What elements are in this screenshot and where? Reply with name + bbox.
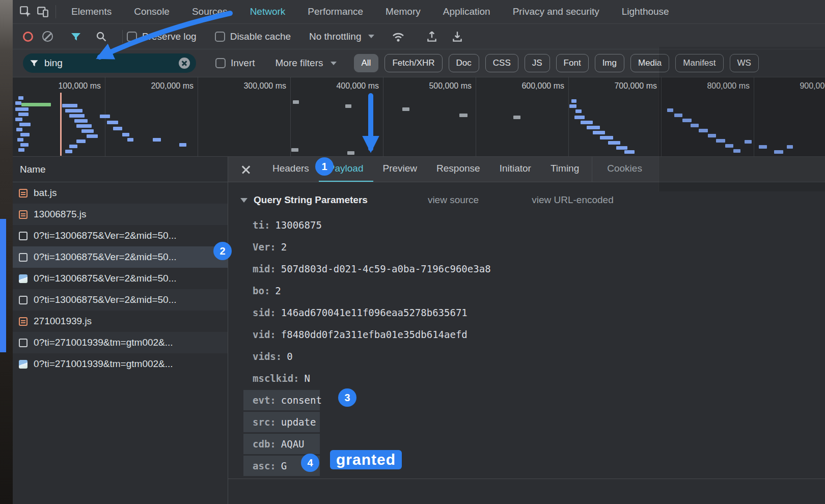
network-split-view: Name bat.js 13006875.js 0?ti=13006875&Ve… xyxy=(13,157,825,504)
export-har-icon[interactable] xyxy=(449,28,466,45)
network-conditions-icon[interactable] xyxy=(390,28,407,45)
record-network-log-button[interactable] xyxy=(23,32,33,42)
tab-performance[interactable]: Performance xyxy=(296,0,374,24)
param-row-ti: ti:13006875 xyxy=(228,214,825,236)
network-filter-row: Invert More filters All Fetch/XHR Doc CS… xyxy=(13,49,825,77)
chip-doc[interactable]: Doc xyxy=(449,54,479,72)
panel-divider xyxy=(228,479,825,479)
param-row-vids: vids:0 xyxy=(228,345,825,367)
detail-tab-response[interactable]: Response xyxy=(427,157,490,182)
network-toolbar: Preserve log Disable cache No throttling xyxy=(13,24,825,49)
disable-cache-label: Disable cache xyxy=(230,31,291,42)
param-row-msclkid: msclkid:N xyxy=(228,367,825,389)
chip-all[interactable]: All xyxy=(354,54,379,72)
close-icon[interactable] xyxy=(240,164,252,175)
disable-cache-checkbox[interactable] xyxy=(215,32,225,42)
chip-font[interactable]: Font xyxy=(556,54,589,72)
tab-lighthouse[interactable]: Lighthouse xyxy=(611,0,680,24)
tab-application[interactable]: Application xyxy=(432,0,502,24)
device-toolbar-icon[interactable] xyxy=(34,3,51,20)
invert-checkbox[interactable] xyxy=(215,58,226,68)
chip-media[interactable]: Media xyxy=(630,54,669,72)
chip-fetch-xhr[interactable]: Fetch/XHR xyxy=(384,54,442,72)
background-selection-band xyxy=(0,219,6,352)
tab-network[interactable]: Network xyxy=(239,0,297,24)
inspect-element-icon[interactable] xyxy=(17,3,34,20)
tab-sources[interactable]: Sources xyxy=(181,0,239,24)
detail-tab-preview[interactable]: Preview xyxy=(373,157,427,182)
clear-filter-icon[interactable] xyxy=(179,58,190,69)
chip-ws[interactable]: WS xyxy=(730,54,759,72)
overview-bars xyxy=(13,77,825,156)
more-filters-label: More filters xyxy=(276,58,323,69)
import-har-icon[interactable] xyxy=(423,28,441,45)
request-row[interactable]: 271001939.js xyxy=(13,311,228,332)
request-row[interactable]: 0?ti=13006875&Ver=2&mid=50... xyxy=(13,289,228,311)
chip-js[interactable]: JS xyxy=(525,54,550,72)
request-row[interactable]: 0?ti=271001939&tm=gtm002&... xyxy=(13,353,228,375)
view-source-link[interactable]: view source xyxy=(428,194,479,206)
script-icon xyxy=(19,210,28,219)
request-row-selected[interactable]: 0?ti=13006875&Ver=2&mid=50... xyxy=(13,246,228,268)
document-icon xyxy=(19,339,28,347)
param-row-ver: Ver:2 xyxy=(228,236,825,258)
param-row-vid: vid:f8480dd0f2a311efba01e35db614aefd xyxy=(228,323,825,345)
throttling-select[interactable]: No throttling xyxy=(309,31,374,42)
filter-input[interactable] xyxy=(44,58,179,69)
toolbar-divider xyxy=(122,30,123,43)
request-detail-pane: Headers Payload Preview Response Initiat… xyxy=(228,157,825,504)
document-icon xyxy=(19,253,28,262)
desktop-background-strip xyxy=(0,0,13,504)
request-row[interactable]: 13006875.js xyxy=(13,204,228,225)
param-row-bo: bo:2 xyxy=(228,279,825,301)
chip-img[interactable]: Img xyxy=(595,54,624,72)
document-icon xyxy=(19,232,28,240)
search-icon[interactable] xyxy=(93,28,110,45)
collapse-triangle-icon[interactable] xyxy=(240,198,248,203)
step-badge-1: 1 xyxy=(315,157,334,176)
tab-console[interactable]: Console xyxy=(123,0,181,24)
devtools-window: Elements Console Sources Network Perform… xyxy=(13,0,825,504)
toolbar-divider xyxy=(56,5,56,18)
image-icon xyxy=(19,360,28,369)
throttling-value: No throttling xyxy=(309,31,361,42)
step-badge-4: 4 xyxy=(301,454,319,472)
filter-input-pill[interactable] xyxy=(23,53,196,73)
script-icon xyxy=(19,317,28,326)
filter-toggle-icon[interactable] xyxy=(67,28,85,45)
param-row-evt: evt:consent xyxy=(228,389,825,411)
request-list-pane: Name bat.js 13006875.js 0?ti=13006875&Ve… xyxy=(13,157,228,504)
tab-divider xyxy=(592,157,592,182)
overview-event-marker xyxy=(60,93,62,156)
chip-manifest[interactable]: Manifest xyxy=(675,54,723,72)
image-icon xyxy=(19,274,28,283)
section-title: Query String Parameters xyxy=(254,194,368,206)
view-url-encoded-link[interactable]: view URL-encoded xyxy=(532,194,614,206)
network-overview-timeline[interactable]: 100,000 ms 200,000 ms 300,000 ms 400,000… xyxy=(13,77,825,157)
detail-tab-cookies[interactable]: Cookies xyxy=(597,157,652,182)
step-badge-2: 2 xyxy=(213,242,232,260)
chip-css[interactable]: CSS xyxy=(485,54,518,72)
param-row-src: src:update xyxy=(228,411,825,433)
document-icon xyxy=(19,296,28,304)
tab-elements[interactable]: Elements xyxy=(60,0,123,24)
detail-tab-timing[interactable]: Timing xyxy=(541,157,589,182)
request-row[interactable]: bat.js xyxy=(13,182,228,204)
invert-label: Invert xyxy=(231,58,255,69)
request-row[interactable]: 0?ti=13006875&Ver=2&mid=50... xyxy=(13,268,228,289)
more-filters-dropdown[interactable]: More filters xyxy=(276,58,337,69)
chevron-down-icon xyxy=(331,62,337,65)
tab-privacy-security[interactable]: Privacy and security xyxy=(502,0,611,24)
preserve-log-checkbox[interactable] xyxy=(127,32,137,42)
tab-memory[interactable]: Memory xyxy=(374,0,432,24)
request-row[interactable]: 0?ti=13006875&Ver=2&mid=50... xyxy=(13,225,228,246)
request-row[interactable]: 0?ti=271001939&tm=gtm002&... xyxy=(13,332,228,353)
granted-annotation: granted xyxy=(330,450,402,469)
clear-network-log-button[interactable] xyxy=(42,31,53,42)
detail-tab-headers[interactable]: Headers xyxy=(263,157,319,182)
detail-tab-initiator[interactable]: Initiator xyxy=(490,157,541,182)
funnel-icon xyxy=(29,58,39,68)
query-params-list: ti:13006875 Ver:2 mid:507d803d-d021-4c59… xyxy=(228,214,825,477)
name-column-header[interactable]: Name xyxy=(13,157,228,182)
query-string-section-header: Query String Parameters view source view… xyxy=(228,191,825,209)
